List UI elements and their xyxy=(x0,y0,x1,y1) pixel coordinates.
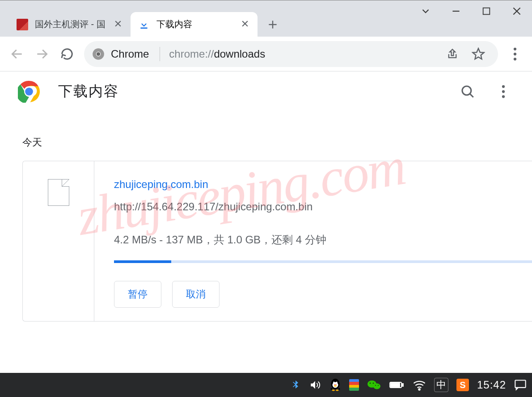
file-icon-column xyxy=(23,161,94,321)
maximize-button[interactable] xyxy=(471,0,502,22)
page-header: 下载内容 xyxy=(0,71,532,109)
tab-active-downloads[interactable]: 下载内容 xyxy=(131,12,258,37)
tab-title: 国外主机测评 - 国 xyxy=(35,18,106,30)
tab-inactive-0[interactable]: 国外主机测评 - 国 xyxy=(9,12,131,37)
svg-line-24 xyxy=(470,94,473,97)
svg-point-15 xyxy=(97,52,100,55)
tab-title: 下载内容 xyxy=(156,18,232,30)
system-tray: 中 S 15:42 xyxy=(290,378,527,392)
svg-point-39 xyxy=(370,383,371,384)
svg-rect-1 xyxy=(483,8,490,15)
svg-point-18 xyxy=(514,52,516,55)
search-icon[interactable] xyxy=(459,83,477,100)
omnibox[interactable]: Chrome chrome://downloads xyxy=(84,41,498,67)
separator xyxy=(160,47,160,61)
reload-button[interactable] xyxy=(55,42,79,66)
browser-toolbar: Chrome chrome://downloads xyxy=(0,37,532,71)
wechat-icon[interactable] xyxy=(367,378,381,392)
browser-titlebar: 国外主机测评 - 国 下载内容 xyxy=(0,0,532,37)
progress-fill xyxy=(114,260,171,263)
sogou-ime-icon[interactable]: S xyxy=(456,379,469,391)
window-controls xyxy=(410,0,532,22)
svg-point-33 xyxy=(334,385,337,387)
svg-marker-16 xyxy=(473,48,484,59)
forward-button[interactable] xyxy=(30,42,54,66)
svg-point-42 xyxy=(378,385,379,386)
section-today-label: 今天 xyxy=(22,136,532,149)
more-menu-icon[interactable] xyxy=(494,83,512,100)
svg-point-32 xyxy=(336,382,338,384)
minimize-button[interactable] xyxy=(441,0,471,22)
svg-rect-45 xyxy=(391,383,400,387)
svg-point-19 xyxy=(514,58,516,60)
favicon-site-icon xyxy=(16,18,29,31)
svg-point-36 xyxy=(336,389,338,391)
svg-marker-28 xyxy=(311,381,315,389)
bookmark-star-icon[interactable] xyxy=(467,42,490,66)
pause-button[interactable]: 暂停 xyxy=(114,281,161,308)
app-tile-icon[interactable] xyxy=(349,378,359,392)
download-filename[interactable]: zhujiceping.com.bin xyxy=(114,178,532,191)
bluetooth-icon[interactable] xyxy=(290,378,301,392)
new-tab-button[interactable] xyxy=(262,14,283,35)
svg-rect-34 xyxy=(334,384,337,384)
svg-point-35 xyxy=(332,389,334,391)
svg-point-25 xyxy=(502,85,505,88)
share-icon[interactable] xyxy=(441,42,464,66)
wifi-icon[interactable] xyxy=(413,378,426,392)
downloads-page: zhujiceping.com 下载内容 今天 xyxy=(0,71,532,373)
svg-rect-6 xyxy=(140,27,147,29)
download-body: zhujiceping.com.bin http://154.64.229.11… xyxy=(94,161,532,321)
svg-point-23 xyxy=(462,86,471,95)
svg-point-46 xyxy=(418,389,420,390)
svg-point-31 xyxy=(333,382,334,384)
download-progress-bar xyxy=(114,260,532,263)
volume-icon[interactable] xyxy=(309,378,321,392)
cancel-button[interactable]: 取消 xyxy=(172,281,220,308)
download-url[interactable]: http://154.64.229.117/zhujiceping.com.bi… xyxy=(114,201,532,213)
close-tab-icon[interactable] xyxy=(112,17,124,32)
close-window-button[interactable] xyxy=(502,0,532,22)
svg-point-40 xyxy=(373,383,374,384)
svg-rect-47 xyxy=(515,380,525,388)
svg-rect-44 xyxy=(402,384,403,386)
action-center-icon[interactable] xyxy=(514,378,527,392)
page-title: 下载内容 xyxy=(58,82,119,101)
svg-point-27 xyxy=(502,95,505,98)
chrome-menu-button[interactable] xyxy=(503,42,527,66)
tab-strip: 国外主机测评 - 国 下载内容 xyxy=(0,12,283,37)
chrome-logo-icon xyxy=(18,80,40,103)
download-status: 4.2 MB/s - 137 MB，共 1.0 GB，还剩 4 分钟 xyxy=(114,233,532,247)
svg-point-26 xyxy=(502,90,505,93)
download-card: zhujiceping.com.bin http://154.64.229.11… xyxy=(22,161,532,322)
omnibox-label: Chrome xyxy=(111,48,149,60)
qq-icon[interactable] xyxy=(329,378,341,392)
svg-point-22 xyxy=(25,88,33,96)
svg-point-41 xyxy=(375,385,376,386)
svg-point-17 xyxy=(514,47,516,50)
back-button[interactable] xyxy=(5,42,29,66)
chevron-down-icon[interactable] xyxy=(410,0,441,22)
ime-indicator[interactable]: 中 xyxy=(434,378,448,392)
clock[interactable]: 15:42 xyxy=(477,378,506,392)
battery-icon[interactable] xyxy=(389,378,405,392)
svg-point-38 xyxy=(373,384,380,389)
download-icon xyxy=(138,18,150,31)
close-tab-icon[interactable] xyxy=(239,17,251,32)
omnibox-url: chrome://downloads xyxy=(169,48,265,60)
file-icon xyxy=(48,179,69,206)
chrome-icon xyxy=(92,48,105,60)
windows-taskbar: 中 S 15:42 xyxy=(0,373,532,397)
